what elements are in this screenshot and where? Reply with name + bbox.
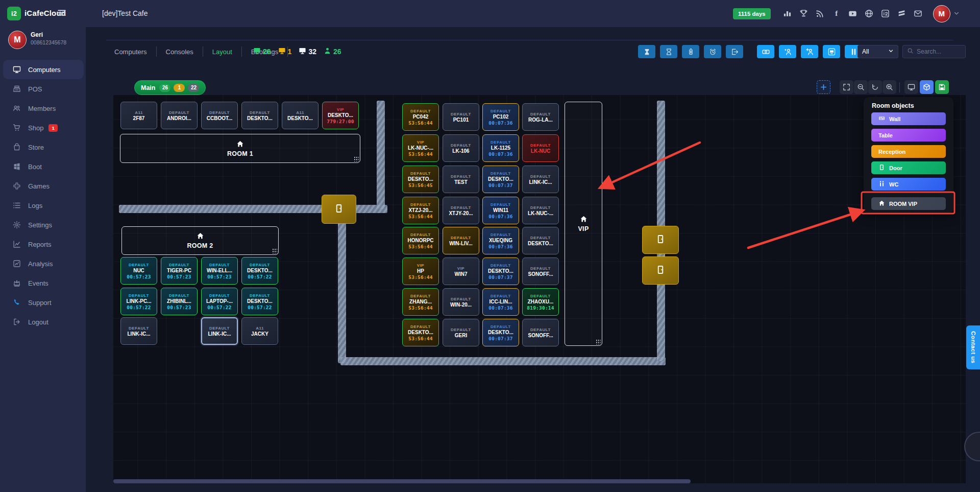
- pc-tile[interactable]: DEFAULTZHIBINL...00:57:23: [161, 288, 198, 315]
- zoom-in-button[interactable]: [883, 80, 896, 94]
- pc-tile[interactable]: DEFAULTDESKTO...00:57:22: [241, 288, 278, 315]
- sidebar-item-settings[interactable]: Settings: [0, 215, 86, 235]
- pc-tile[interactable]: DEFAULTLINK-IC...: [120, 317, 157, 345]
- pc-tile[interactable]: DEFAULTXTZJ-20...53:56:44: [402, 197, 439, 224]
- ranking-icon[interactable]: [783, 9, 792, 18]
- pc-tile[interactable]: DEFAULTDESKTO...: [241, 102, 278, 129]
- sidebar-item-analysis[interactable]: Analysis: [0, 254, 86, 273]
- brand-logo-icon[interactable]: i2: [7, 7, 21, 20]
- pc-tile[interactable]: DEFAULTCCBOOT...: [201, 102, 238, 129]
- door-object[interactable]: [642, 226, 679, 254]
- pc-tile[interactable]: DEFAULTXTJY-20...: [443, 197, 479, 224]
- pc-tile[interactable]: A11DESKTO...: [282, 102, 318, 129]
- pc-tile[interactable]: VIPLK-NUC-...53:56:44: [402, 134, 439, 162]
- tab-consoles[interactable]: Consoles: [157, 48, 203, 56]
- fullscreen-button[interactable]: [840, 80, 853, 94]
- room-object-table[interactable]: Table: [871, 129, 946, 142]
- pc-tile[interactable]: DEFAULTTIGER-PC00:57:23: [161, 257, 198, 285]
- chat-bubble-button[interactable]: [964, 432, 980, 461]
- battery-button[interactable]: [682, 45, 699, 58]
- pc-tile[interactable]: A11JACKY: [241, 317, 278, 345]
- sign-out-button[interactable]: [726, 45, 743, 58]
- pc-tile[interactable]: DEFAULTLK-NUC: [522, 134, 559, 162]
- pc-tile[interactable]: VIPHP53:56:44: [402, 257, 439, 285]
- rss-icon[interactable]: [816, 9, 825, 18]
- add-user-star-button[interactable]: [779, 45, 796, 58]
- pc-tile[interactable]: DEFAULTSONOFF...: [522, 319, 559, 346]
- add-button[interactable]: [817, 80, 830, 94]
- avatar[interactable]: M: [933, 5, 950, 22]
- save-button[interactable]: [935, 80, 949, 94]
- resize-handle[interactable]: [596, 339, 601, 344]
- wall-segment[interactable]: [377, 101, 385, 209]
- room-object-wall[interactable]: Wall: [871, 112, 946, 125]
- pc-tile[interactable]: DEFAULTDESKTO...: [522, 227, 559, 254]
- pc-tile[interactable]: DEFAULTGERI: [443, 319, 479, 346]
- trophy-icon[interactable]: [799, 9, 808, 18]
- sidebar-item-pos[interactable]: POS: [0, 79, 86, 99]
- user-block[interactable]: M Geri 008612345678: [0, 27, 86, 59]
- pc-tile[interactable]: DEFAULTTEST: [443, 166, 479, 193]
- icafe-icon[interactable]: [881, 9, 890, 18]
- sidebar-item-reports[interactable]: Reports: [0, 235, 86, 254]
- door-object[interactable]: [322, 195, 356, 224]
- pc-tile[interactable]: DEFAULTLINK-IC...: [201, 317, 238, 345]
- add-user-plus-button[interactable]: [801, 45, 818, 58]
- pc-tile[interactable]: DEFAULTLAPTOP-...00:57:22: [201, 288, 238, 315]
- pc-tile[interactable]: DEFAULTLK-112500:07:36: [482, 134, 519, 162]
- pc-tile[interactable]: DEFAULTZHAOXU...819:30:14: [522, 288, 559, 316]
- resize-handle[interactable]: [354, 156, 359, 161]
- facebook-icon[interactable]: f: [832, 9, 841, 18]
- room-vip[interactable]: VIP: [565, 102, 602, 346]
- sidebar-item-boot[interactable]: Boot: [0, 157, 86, 176]
- door-object[interactable]: [642, 256, 679, 285]
- pc-tile[interactable]: DEFAULTWIN-ELL...00:57:23: [201, 257, 238, 285]
- room-object-wc[interactable]: WC: [871, 178, 946, 191]
- sidebar-item-support[interactable]: Support: [0, 293, 86, 312]
- pc-tile[interactable]: DEFAULTWIN-20...: [443, 288, 479, 316]
- pc-tile[interactable]: DEFAULTNUC00:57:23: [120, 257, 157, 285]
- pc-tile[interactable]: DEFAULTWIN-LIV...: [443, 227, 479, 254]
- pc-tile[interactable]: DEFAULTDESKTO...00:07:37: [482, 257, 519, 285]
- search-input[interactable]: Search...: [902, 45, 966, 58]
- sidebar-item-events[interactable]: Events: [0, 273, 86, 293]
- contact-us-tab[interactable]: Contact us: [966, 325, 980, 369]
- sidebar-item-store[interactable]: Store: [0, 137, 86, 157]
- menu-toggle-icon[interactable]: [57, 8, 66, 19]
- filter-select[interactable]: All: [857, 45, 898, 58]
- pc-tile[interactable]: DEFAULTHONORPC53:56:44: [402, 227, 439, 254]
- sidebar-item-logs[interactable]: Logs: [0, 196, 86, 215]
- pc-tile[interactable]: DEFAULTSONOFF...: [522, 257, 559, 285]
- sidebar-item-logout[interactable]: Logout: [0, 312, 86, 332]
- pc-tile[interactable]: DEFAULTLK-106: [443, 134, 479, 162]
- sidebar-item-shop[interactable]: Shop1: [0, 118, 86, 137]
- pc-tile[interactable]: DEFAULTPC101: [443, 103, 479, 131]
- monitor-button[interactable]: [904, 80, 918, 94]
- pc-tile[interactable]: DEFAULTWIN1100:07:36: [482, 197, 519, 224]
- horizontal-scrollbar[interactable]: [113, 479, 691, 483]
- subscription-days-badge[interactable]: 1115 days: [733, 8, 771, 19]
- pc-tile[interactable]: VIPWIN7: [443, 257, 479, 285]
- pc-tile[interactable]: DEFAULTDESKTO...00:07:37: [482, 166, 519, 193]
- globe-icon[interactable]: [865, 9, 874, 18]
- sidebar-item-computers[interactable]: Computers: [3, 60, 84, 79]
- pc-tile[interactable]: DEFAULTLK-NUC-...: [522, 197, 559, 224]
- pc-tile[interactable]: DEFAULTDESKTO...53:56:45: [402, 166, 439, 193]
- hourglass-filled-button[interactable]: [638, 45, 655, 58]
- tab-computers[interactable]: Computers: [114, 48, 156, 56]
- pc-tile[interactable]: DEFAULTICC-LIN...00:07:36: [482, 288, 519, 316]
- map-name-pill[interactable]: Main 26122: [134, 80, 206, 95]
- wall-segment[interactable]: [338, 209, 346, 363]
- room-room-2[interactable]: ROOM 2: [121, 226, 279, 255]
- pc-tile[interactable]: DEFAULTDESKTO...00:57:22: [241, 257, 278, 285]
- pc-tile[interactable]: DEFAULTLINK-IC...: [522, 166, 559, 193]
- pc-tile[interactable]: DEFAULTZHANG...53:56:44: [402, 288, 439, 316]
- hourglass-empty-button[interactable]: [660, 45, 677, 58]
- room-room-1[interactable]: ROOM 1: [120, 134, 360, 163]
- pc-tile[interactable]: A112F87: [120, 102, 157, 129]
- sidebar-item-games[interactable]: Games: [0, 176, 86, 196]
- layout-board[interactable]: ROOM 1ROOM 2VIPA112F87DEFAULTANDROI...DE…: [113, 95, 966, 483]
- tab-layout[interactable]: Layout: [203, 48, 241, 56]
- cube-3d-button[interactable]: [920, 80, 934, 94]
- resize-handle[interactable]: [272, 248, 277, 253]
